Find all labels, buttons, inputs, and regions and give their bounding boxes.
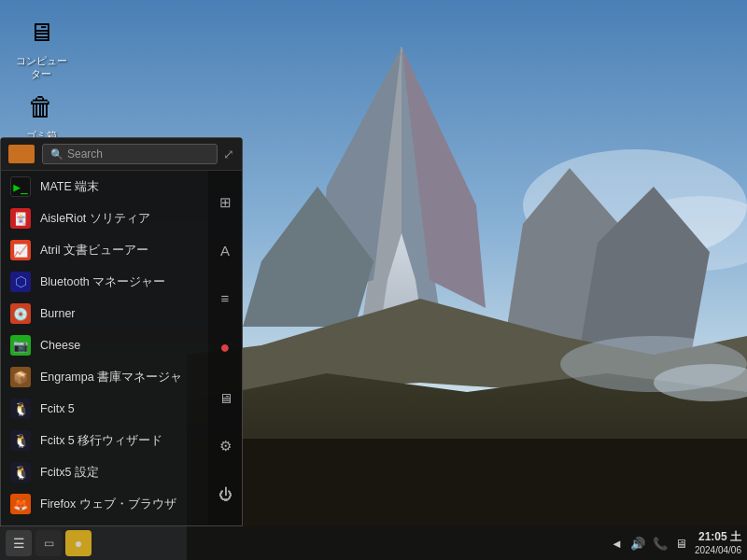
fcitx5-config-icon: 🐧 — [10, 462, 31, 483]
cheese-icon: 📷 — [10, 335, 31, 356]
search-box[interactable]: 🔍 Search — [42, 144, 218, 164]
side-display-icon[interactable]: 🖥 — [215, 386, 236, 410]
terminal-label: MATE 端末 — [40, 179, 233, 195]
menu-item-fcitx5-config[interactable]: 🐧 Fcitx5 設定 — [1, 456, 242, 488]
menu-item-atril[interactable]: 📈 Atril 文書ビューアー — [1, 234, 242, 266]
firefox-label: Firefox ウェブ・ブラウザ — [40, 497, 233, 512]
active-app-button[interactable]: ● — [65, 530, 92, 556]
clock-time: 21:05 土 — [695, 530, 741, 545]
bluetooth-icon: ⬡ — [10, 272, 31, 292]
menu-item-gnome-mines[interactable]: 💣 GNOME マインスイーパー — [1, 520, 242, 525]
menu-item-fcitx5[interactable]: 🐧 Fcitx 5 — [1, 393, 242, 425]
firefox-icon: 🦊 — [10, 494, 31, 514]
side-font-icon[interactable]: A — [217, 239, 233, 262]
show-desktop-icon: ▭ — [44, 537, 54, 550]
menu-body: ▶_ MATE 端末 🃏 AisleRiot ソリティア 📈 Atril 文書ビ… — [1, 171, 242, 525]
search-icon: 🔍 — [50, 148, 63, 161]
active-app-icon: ● — [75, 536, 82, 551]
clock-date: 2024/04/06 — [695, 544, 741, 556]
burner-label: Burner — [40, 307, 233, 320]
menu-logo — [8, 145, 35, 163]
menu-items-list: ▶_ MATE 端末 🃏 AisleRiot ソリティア 📈 Atril 文書ビ… — [1, 171, 242, 525]
side-settings-icon[interactable]: ⚙ — [216, 434, 235, 458]
menu-item-engrampa[interactable]: 📦 Engrampa 書庫マネージャ — [1, 361, 242, 393]
start-menu: 🔍 Search ⤢ ▶_ MATE 端末 🃏 AisleRiot ソリティア … — [0, 137, 243, 526]
search-placeholder: Search — [67, 147, 103, 161]
fcitx5-migrate-label: Fcitx 5 移行ウィザード — [40, 433, 233, 449]
expand-button[interactable]: ⤢ — [223, 147, 234, 161]
start-menu-button[interactable]: ☰ — [6, 530, 32, 556]
system-tray: ◄ 🔊 📞 🖥 — [611, 537, 687, 551]
fcitx5-label: Fcitx 5 — [40, 402, 233, 415]
aisle-icon: 🃏 — [10, 208, 31, 229]
menu-item-terminal[interactable]: ▶_ MATE 端末 — [1, 171, 242, 203]
prev-icon[interactable]: ◄ — [611, 537, 623, 551]
trash-icon: 🗑 — [22, 88, 60, 125]
fcitx5-migrate-icon: 🐧 — [10, 430, 31, 451]
menu-icon: ☰ — [13, 536, 25, 551]
engrampa-icon: 📦 — [10, 367, 31, 387]
menu-item-aisle[interactable]: 🃏 AisleRiot ソリティア — [1, 203, 242, 234]
menu-item-fcitx5-migrate[interactable]: 🐧 Fcitx 5 移行ウィザード — [1, 425, 242, 456]
computer-icon: 🖥 — [22, 13, 60, 50]
taskbar: ☰ ▭ ● ◄ 🔊 📞 🖥 21:05 土 2024/04/06 — [0, 526, 747, 560]
engrampa-label: Engrampa 書庫マネージャ — [40, 370, 233, 385]
volume-icon[interactable]: 🔊 — [630, 537, 645, 551]
taskbar-left: ☰ ▭ ● — [6, 530, 92, 556]
desktop-icon-computer[interactable]: 🖥 コンピューター — [7, 9, 75, 85]
menu-item-bluetooth[interactable]: ⬡ Bluetooth マネージャー — [1, 266, 242, 298]
fcitx5-config-label: Fcitx5 設定 — [40, 465, 233, 481]
bluetooth-label: Bluetooth マネージャー — [40, 274, 233, 290]
taskbar-right: ◄ 🔊 📞 🖥 21:05 土 2024/04/06 — [611, 530, 741, 557]
fcitx5-icon: 🐧 — [10, 399, 31, 419]
burner-icon: 💿 — [10, 303, 31, 324]
side-power-icon[interactable]: ⏻ — [215, 483, 236, 506]
menu-item-firefox[interactable]: 🦊 Firefox ウェブ・ブラウザ — [1, 488, 242, 520]
cheese-label: Cheese — [40, 339, 233, 352]
atril-icon: 📈 — [10, 240, 31, 260]
network-icon[interactable]: 📞 — [653, 537, 668, 551]
atril-label: Atril 文書ビューアー — [40, 243, 233, 259]
side-grid-icon[interactable]: ⊞ — [216, 190, 235, 215]
terminal-icon: ▶_ — [10, 176, 31, 197]
start-menu-header: 🔍 Search ⤢ — [1, 138, 242, 171]
side-list-icon[interactable]: ≡ — [218, 287, 233, 310]
side-red-icon[interactable]: ● — [217, 334, 234, 361]
display-icon[interactable]: 🖥 — [675, 537, 687, 551]
aisle-label: AisleRiot ソリティア — [40, 211, 233, 227]
side-panel: ⊞ A ≡ ● 🖥 ⚙ ⏻ — [208, 171, 242, 525]
menu-item-cheese[interactable]: 📷 Cheese — [1, 329, 242, 361]
computer-icon-label: コンピューター — [16, 54, 67, 81]
menu-item-burner[interactable]: 💿 Burner — [1, 298, 242, 329]
clock: 21:05 土 2024/04/06 — [695, 530, 741, 557]
show-desktop-button[interactable]: ▭ — [35, 530, 62, 556]
